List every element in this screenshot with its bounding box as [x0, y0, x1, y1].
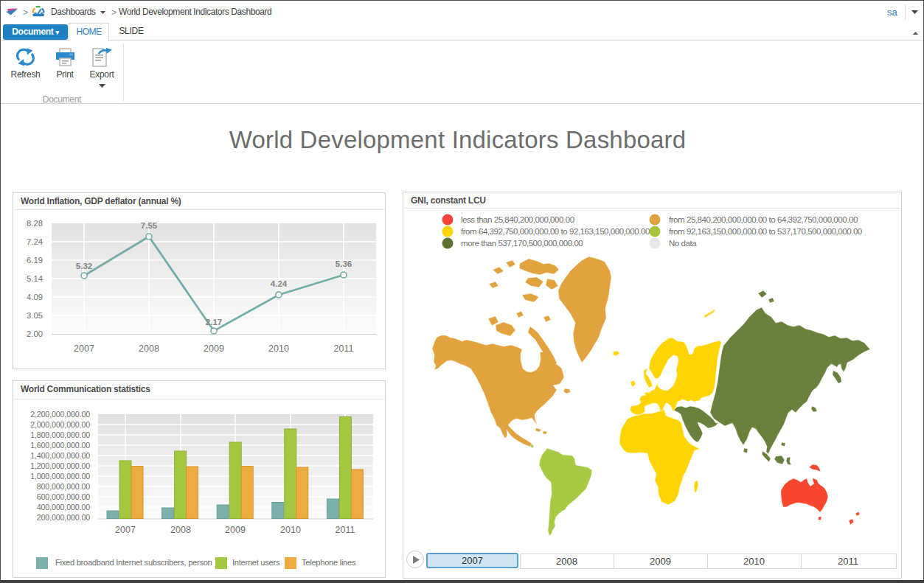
svg-text:5.32: 5.32: [76, 262, 92, 270]
svg-text:5.36: 5.36: [336, 259, 352, 268]
svg-text:2007: 2007: [74, 343, 94, 354]
svg-text:4.24: 4.24: [271, 279, 288, 288]
svg-text:1,200,000,000.00: 1,200,000,000.00: [30, 461, 90, 470]
svg-text:Telephone lines: Telephone lines: [302, 558, 356, 567]
svg-text:2.17: 2.17: [206, 318, 222, 327]
svg-text:Fixed broadband Internet subsc: Fixed broadband Internet subscribers, pe…: [55, 558, 212, 567]
svg-text:2.00: 2.00: [27, 329, 43, 338]
svg-text:more than 537,170,500,000,000.: more than 537,170,500,000,000.00: [461, 239, 583, 248]
svg-text:5.14: 5.14: [27, 274, 43, 283]
svg-text:2011: 2011: [334, 343, 354, 354]
svg-text:2,000,000,000.00: 2,000,000,000.00: [30, 420, 90, 429]
svg-text:1,800,000,000.00: 1,800,000,000.00: [30, 430, 90, 439]
svg-text:200,000,000.00: 200,000,000.00: [37, 513, 90, 522]
svg-text:7.55: 7.55: [141, 221, 158, 230]
svg-text:Internet users: Internet users: [232, 558, 280, 567]
svg-text:2009: 2009: [204, 343, 224, 354]
svg-text:1,600,000,000.00: 1,600,000,000.00: [30, 441, 90, 450]
svg-text:less than 25,840,200,000,000.0: less than 25,840,200,000,000.00: [461, 215, 574, 224]
svg-text:1,400,000,000.00: 1,400,000,000.00: [30, 451, 90, 460]
svg-text:2007: 2007: [115, 525, 136, 535]
svg-text:6.19: 6.19: [27, 256, 43, 265]
svg-text:No data: No data: [669, 239, 697, 248]
svg-text:800,000,000.00: 800,000,000.00: [37, 482, 90, 491]
svg-text:8.28: 8.28: [27, 219, 43, 228]
svg-text:600,000,000.00: 600,000,000.00: [37, 492, 90, 501]
svg-text:2010: 2010: [268, 343, 289, 354]
svg-text:from 25,840,200,000,000.00 to: from 25,840,200,000,000.00 to 64,392,750…: [669, 215, 858, 224]
svg-text:4.09: 4.09: [27, 293, 43, 301]
svg-text:7.24: 7.24: [27, 237, 43, 246]
svg-text:1,000,000,000.00: 1,000,000,000.00: [30, 472, 90, 481]
svg-text:2008: 2008: [170, 525, 191, 535]
svg-text:from 92,163,150,000,000.00 to: from 92,163,150,000,000.00 to 537,170,50…: [669, 227, 862, 236]
svg-text:2011: 2011: [336, 525, 355, 535]
svg-text:from 64,392,750,000,000.00 to: from 64,392,750,000,000.00 to 92,163,150…: [461, 227, 650, 236]
svg-text:400,000,000.00: 400,000,000.00: [37, 503, 90, 512]
svg-text:2008: 2008: [139, 343, 159, 354]
svg-text:2010: 2010: [280, 525, 301, 535]
svg-text:2,200,000,000.00: 2,200,000,000.00: [30, 410, 90, 419]
svg-text:3.05: 3.05: [27, 311, 43, 320]
svg-text:2009: 2009: [225, 525, 246, 535]
